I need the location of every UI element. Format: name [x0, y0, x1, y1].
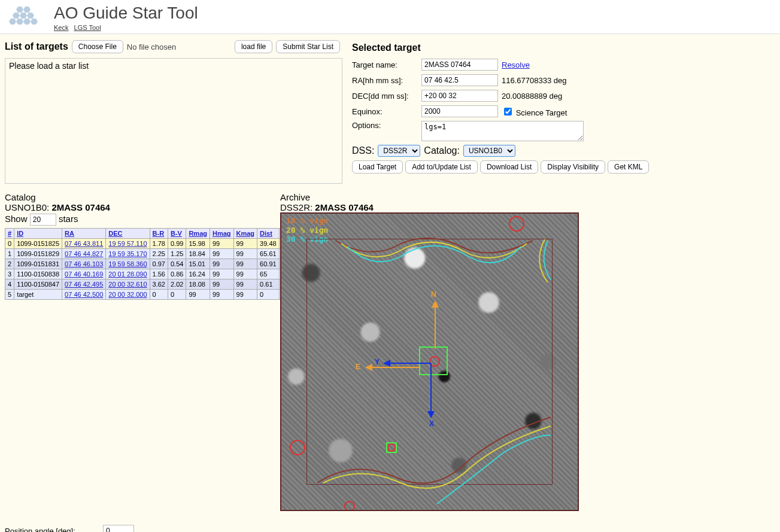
- archive-subtitle-bold: 2MASS 07464: [315, 202, 374, 212]
- choose-file-button[interactable]: Choose File: [72, 40, 123, 53]
- hexagon-logo-icon: [6, 4, 48, 31]
- star-marker-icon: [344, 501, 355, 511]
- catalog-header-#[interactable]: #: [8, 230, 11, 237]
- y-axis-label: Y: [375, 358, 380, 366]
- table-row[interactable]: 11099-015182907 46 44.82719 59 35.1702.2…: [5, 249, 295, 259]
- catalog-header-cell: Dist: [257, 229, 280, 239]
- catalog-header-cell: Hmag: [210, 229, 233, 239]
- x-axis-label: X: [429, 419, 434, 428]
- catalog-header-cell: Rmag: [186, 229, 210, 239]
- east-label: E: [356, 363, 360, 371]
- star-marker-icon: [509, 216, 524, 232]
- catalog-cell-link[interactable]: 20 00 32.610: [108, 281, 147, 288]
- catalog-header-cell: RA: [62, 229, 106, 239]
- lgs-tool-link[interactable]: LGS Tool: [74, 24, 101, 31]
- science-target-label: Science Target: [516, 108, 567, 117]
- table-row[interactable]: 41100-015084707 46 42.49520 00 32.6103.6…: [5, 279, 295, 290]
- catalog-table: #IDRADECB-RB-VRmagHmagKmagDistGal 01099-…: [5, 228, 295, 300]
- catalog-header-id[interactable]: ID: [17, 230, 23, 237]
- archive-title: Archive: [280, 192, 579, 202]
- catalog-header-ra[interactable]: RA: [65, 230, 74, 237]
- add-update-list-button[interactable]: Add to/Update List: [405, 160, 478, 174]
- options-textarea[interactable]: lgs=1: [421, 121, 584, 141]
- catalog-cell-link[interactable]: 20 00 32.000: [108, 291, 147, 298]
- get-kml-button[interactable]: Get KML: [608, 160, 649, 174]
- guide-box-small-icon: [386, 442, 397, 453]
- display-visibility-button[interactable]: Display Visibility: [541, 160, 605, 174]
- svg-marker-7: [23, 19, 31, 25]
- catalog-dropdown-label: Catalog:: [424, 145, 460, 156]
- catalog-cell-link[interactable]: 07 46 44.827: [65, 250, 103, 257]
- table-row[interactable]: 21099-015183107 46 46.10319 59 58.3600.9…: [5, 259, 295, 269]
- archive-overlay: 10 % vign 20 % vign 30 % vign: [281, 214, 578, 510]
- catalog-header-b-v[interactable]: B-V: [171, 230, 182, 237]
- targets-section-title: List of targets: [5, 41, 68, 52]
- svg-marker-4: [27, 13, 34, 19]
- target-name-label: Target name:: [352, 60, 418, 69]
- catalog-cell-link[interactable]: 07 46 40.169: [65, 270, 103, 278]
- keck-link[interactable]: Keck: [54, 24, 68, 31]
- target-list-box[interactable]: Please load a star list: [5, 58, 342, 184]
- catalog-select[interactable]: USNO1B0: [463, 145, 515, 157]
- no-file-label: No file chosen: [127, 42, 176, 51]
- guide-box-icon: [419, 346, 448, 375]
- dec-label: DEC[dd mm ss]:: [352, 92, 418, 101]
- pa-label: Position angle [deg]:: [5, 527, 101, 533]
- equinox-input[interactable]: [421, 105, 498, 117]
- north-label: N: [431, 290, 436, 299]
- resolve-link[interactable]: Resolve: [502, 60, 530, 69]
- dss-select[interactable]: DSS2R: [378, 145, 420, 157]
- catalog-subtitle-bold: 2MASS 07464: [51, 202, 110, 212]
- table-row[interactable]: 5target07 46 42.50020 00 32.000009999990…: [5, 290, 295, 300]
- catalog-header-cell: B-R: [150, 229, 168, 239]
- ra-deg-label: 116.67708333 deg: [502, 76, 566, 85]
- science-target-checkbox[interactable]: [504, 108, 512, 115]
- show-label: Show: [5, 214, 28, 224]
- catalog-cell-link[interactable]: 20 01 28.090: [108, 270, 147, 278]
- catalog-cell-link[interactable]: 07 46 42.500: [65, 291, 103, 298]
- catalog-header-b-r[interactable]: B-R: [153, 230, 165, 237]
- catalog-cell-link[interactable]: 07 46 43.811: [65, 240, 103, 247]
- svg-marker-6: [16, 19, 23, 25]
- app-header: AO Guide Star Tool Keck LGS Tool: [0, 0, 780, 34]
- table-row[interactable]: 31100-015083807 46 40.16920 01 28.0901.5…: [5, 269, 295, 279]
- selected-target-title: Selected target: [352, 42, 775, 53]
- svg-marker-3: [20, 13, 27, 19]
- catalog-header-dec[interactable]: DEC: [108, 230, 122, 237]
- catalog-title: Catalog: [5, 192, 268, 202]
- x-arrow-icon: [427, 411, 435, 418]
- catalog-cell-link[interactable]: 19 59 57.110: [108, 240, 147, 247]
- catalog-cell-link[interactable]: 07 46 46.103: [65, 260, 103, 267]
- svg-marker-0: [16, 7, 23, 13]
- catalog-header-rmag[interactable]: Rmag: [189, 230, 207, 237]
- catalog-header-cell: B-V: [168, 229, 186, 239]
- show-count-input[interactable]: [30, 214, 56, 226]
- app-title: AO Guide Star Tool: [54, 4, 198, 23]
- catalog-header-cell: Kmag: [233, 229, 257, 239]
- catalog-cell-link[interactable]: 19 59 58.360: [108, 260, 147, 267]
- ra-input[interactable]: [421, 74, 498, 86]
- table-row[interactable]: 01099-015182507 46 43.81119 59 57.1101.7…: [5, 239, 295, 249]
- dec-deg-label: 20.00888889 deg: [502, 92, 562, 101]
- dss-label: DSS:: [352, 145, 374, 156]
- catalog-header-cell: #: [5, 229, 14, 239]
- catalog-cell-link[interactable]: 19 59 35.170: [108, 250, 147, 257]
- load-file-button[interactable]: load file: [235, 40, 272, 53]
- catalog-header-cell: DEC: [106, 229, 150, 239]
- target-list-placeholder: Please load a star list: [9, 61, 89, 71]
- submit-star-list-button[interactable]: Submit Star List: [276, 40, 340, 53]
- dec-input[interactable]: [421, 90, 498, 102]
- load-target-button[interactable]: Load Target: [352, 160, 403, 174]
- catalog-header-dist[interactable]: Dist: [260, 230, 272, 237]
- archive-image[interactable]: 10 % vign 20 % vign 30 % vign: [280, 212, 579, 511]
- svg-marker-1: [23, 7, 31, 13]
- archive-subtitle-prefix: DSS2R:: [280, 202, 315, 212]
- catalog-cell-link[interactable]: 07 46 42.495: [65, 281, 103, 288]
- stars-label: stars: [59, 214, 78, 224]
- catalog-header-hmag[interactable]: Hmag: [213, 230, 231, 237]
- options-label: Options:: [352, 121, 418, 130]
- download-list-button[interactable]: Download List: [480, 160, 538, 174]
- pa-input[interactable]: [103, 525, 134, 532]
- catalog-header-kmag[interactable]: Kmag: [236, 230, 255, 237]
- target-name-input[interactable]: [421, 59, 498, 71]
